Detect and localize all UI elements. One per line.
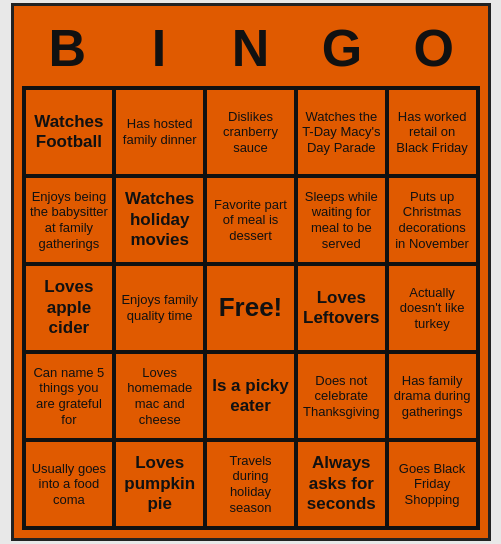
bingo-cell[interactable]: Goes Black Friday Shopping — [387, 440, 478, 528]
bingo-cell[interactable]: Favorite part of meal is dessert — [205, 176, 296, 264]
letter-b: B — [25, 18, 109, 78]
bingo-cell[interactable]: Travels during holiday season — [205, 440, 296, 528]
bingo-cell[interactable]: Has hosted family dinner — [114, 88, 205, 176]
bingo-cell[interactable]: Usually goes into a food coma — [24, 440, 115, 528]
bingo-cell[interactable]: Can name 5 things you are grateful for — [24, 352, 115, 440]
bingo-cell[interactable]: Has family drama during gatherings — [387, 352, 478, 440]
letter-n: N — [208, 18, 292, 78]
bingo-header: B I N G O — [22, 14, 480, 86]
bingo-cell[interactable]: Free! — [205, 264, 296, 352]
bingo-cell[interactable]: Has worked retail on Black Friday — [387, 88, 478, 176]
bingo-cell[interactable]: Does not celebrate Thanksgiving — [296, 352, 387, 440]
bingo-cell[interactable]: Enjoys family quality time — [114, 264, 205, 352]
bingo-cell[interactable]: Is a picky eater — [205, 352, 296, 440]
bingo-cell[interactable]: Puts up Christmas decorations in Novembe… — [387, 176, 478, 264]
bingo-cell[interactable]: Loves pumpkin pie — [114, 440, 205, 528]
bingo-grid: Watches FootballHas hosted family dinner… — [22, 86, 480, 530]
bingo-cell[interactable]: Dislikes cranberry sauce — [205, 88, 296, 176]
bingo-cell[interactable]: Enjoys being the babysitter at family ga… — [24, 176, 115, 264]
bingo-cell[interactable]: Loves Leftovers — [296, 264, 387, 352]
bingo-cell[interactable]: Loves apple cider — [24, 264, 115, 352]
bingo-cell[interactable]: Watches Football — [24, 88, 115, 176]
letter-g: G — [300, 18, 384, 78]
bingo-cell[interactable]: Watches holiday movies — [114, 176, 205, 264]
bingo-cell[interactable]: Sleeps while waiting for meal to be serv… — [296, 176, 387, 264]
bingo-cell[interactable]: Loves homemade mac and cheese — [114, 352, 205, 440]
letter-i: I — [117, 18, 201, 78]
bingo-card: B I N G O Watches FootballHas hosted fam… — [11, 3, 491, 541]
bingo-cell[interactable]: Always asks for seconds — [296, 440, 387, 528]
bingo-cell[interactable]: Watches the T-Day Macy's Day Parade — [296, 88, 387, 176]
letter-o: O — [392, 18, 476, 78]
bingo-cell[interactable]: Actually doesn't like turkey — [387, 264, 478, 352]
